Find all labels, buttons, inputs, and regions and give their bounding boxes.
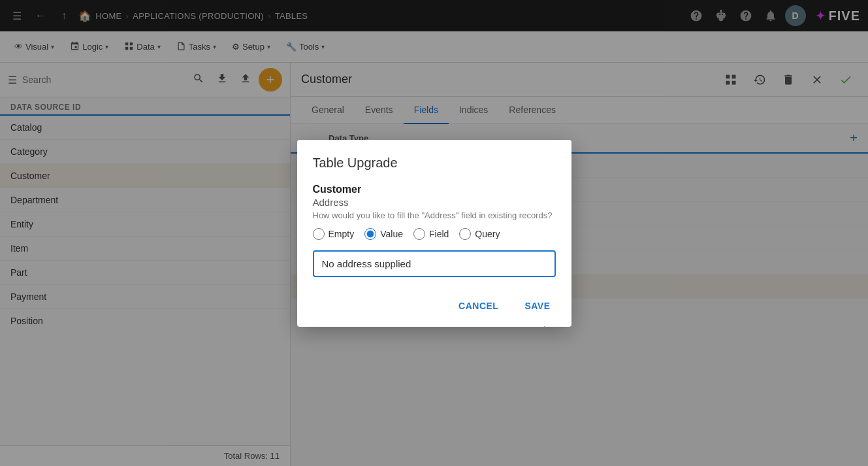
value-input[interactable] xyxy=(313,250,556,277)
radio-value[interactable] xyxy=(364,228,376,240)
dialog-title: Table Upgrade xyxy=(313,156,556,171)
radio-group: Empty Value Field Query xyxy=(313,228,556,240)
dialog-field-name: Address xyxy=(313,197,556,208)
dialog-description: How would you like to fill the "Address"… xyxy=(313,210,556,220)
radio-value-label[interactable]: Value xyxy=(364,228,403,240)
arrow-svg xyxy=(538,320,571,327)
radio-query[interactable] xyxy=(459,228,471,240)
table-upgrade-dialog: Table Upgrade Customer Address How would… xyxy=(297,140,571,327)
dialog-subtitle: Customer xyxy=(313,184,556,195)
radio-field-label[interactable]: Field xyxy=(413,228,449,240)
save-button[interactable]: SAVE xyxy=(514,295,560,316)
dialog-content: Table Upgrade Customer Address How would… xyxy=(297,140,571,288)
radio-empty[interactable] xyxy=(313,228,325,240)
dialog-footer: CANCEL SAVE xyxy=(297,288,571,327)
radio-empty-label[interactable]: Empty xyxy=(313,228,355,240)
radio-query-label[interactable]: Query xyxy=(459,228,500,240)
cancel-button[interactable]: CANCEL xyxy=(448,295,509,316)
radio-field[interactable] xyxy=(413,228,425,240)
dialog-overlay: Table Upgrade Customer Address How would… xyxy=(0,0,868,466)
